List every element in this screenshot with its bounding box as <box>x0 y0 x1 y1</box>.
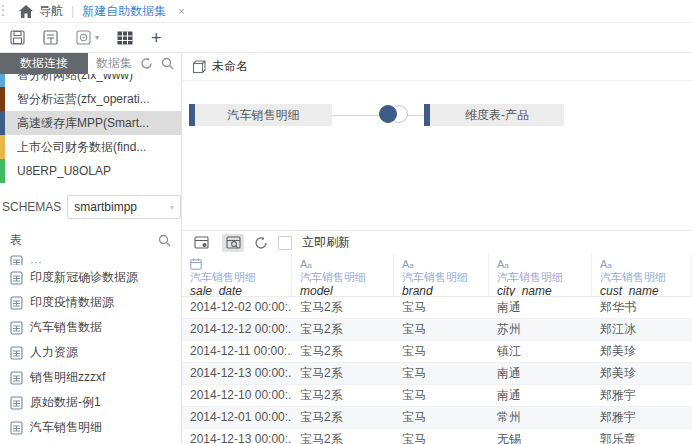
schemas-row: SCHEMAS smartbimpp ▾ <box>0 187 181 227</box>
table-row: 2014-12-11 00:00:...宝马2系宝马镇江郑美珍 <box>182 341 692 363</box>
table-row: 2014-12-02 00:00:...宝马2系宝马南通郑华书 <box>182 297 692 319</box>
dataset-canvas: 未命名 汽车销售明细 维度表-产品 <box>182 53 692 231</box>
table-cell: 2014-12-10 00:00:... <box>182 385 292 406</box>
column-field: model <box>300 284 393 296</box>
preview-data-button[interactable] <box>222 234 244 252</box>
refresh-preview-icon[interactable] <box>254 236 268 250</box>
table-view-button[interactable] <box>117 31 133 45</box>
flow-node-dimension[interactable]: 维度表-产品 <box>424 104 564 126</box>
connection-item[interactable]: 智分析网站(zfx_www) <box>0 74 181 87</box>
table-cell: 郑华书 <box>592 297 692 318</box>
table-row: 2014-12-13 00:00:...宝马2系宝马无锡郭乐章 <box>182 429 692 444</box>
schema-value: smartbimpp <box>74 200 137 214</box>
table-cell: 无锡 <box>489 429 592 444</box>
table-list-item[interactable]: ··· <box>0 255 181 265</box>
toolbar: ▾ + <box>0 23 692 53</box>
table-row: 2014-12-01 00:00:...宝马2系宝马常州郑雅宇 <box>182 407 692 429</box>
table-cell: 郑雅宇 <box>592 385 692 406</box>
refresh-now-checkbox[interactable] <box>278 236 292 250</box>
table-cell: 宝马2系 <box>292 319 394 340</box>
dataset-title: 未命名 <box>212 58 248 75</box>
tables-title: 表 <box>10 232 22 249</box>
save-as-button[interactable] <box>43 30 58 45</box>
tab-datasets[interactable]: 数据集 <box>88 53 140 74</box>
stamp-button[interactable]: ▾ <box>76 30 99 45</box>
text-type-icon: A <box>402 258 409 270</box>
table-cell: 郑江冰 <box>592 319 692 340</box>
close-tab-icon[interactable]: × <box>178 5 184 17</box>
sidebar: 数据连接 数据集 智分析网站(zfx_www) 智分析运营(zfx_operat… <box>0 53 182 444</box>
save-as-icon <box>43 30 58 45</box>
column-source: 汽车销售明细 <box>497 270 591 284</box>
chevron-down-icon: ▾ <box>170 203 174 212</box>
chevron-down-icon: ▾ <box>95 33 99 42</box>
column-header[interactable]: Aa 汽车销售明细 model <box>292 254 394 296</box>
table-sheet-icon <box>10 421 23 435</box>
table-cell: 常州 <box>489 407 592 428</box>
save-button[interactable] <box>10 30 25 45</box>
column-source: 汽车销售明细 <box>300 270 393 284</box>
table-list-item[interactable]: 印度新冠确诊数据源 <box>0 265 181 290</box>
edit-fields-button[interactable] <box>190 234 212 252</box>
table-item-label: 销售明细zzzxf <box>30 369 105 386</box>
table-sheet-icon <box>10 371 23 385</box>
table-sheet-icon <box>10 346 23 360</box>
apps-menu-icon[interactable] <box>0 5 5 17</box>
tab-data-connections[interactable]: 数据连接 <box>0 53 88 74</box>
table-cell: 2014-12-02 00:00:... <box>182 297 292 318</box>
table-list-item[interactable]: 销售明细zzzxf <box>0 365 181 390</box>
text-type-icon: A <box>300 258 307 270</box>
column-header[interactable]: Aa 汽车销售明细 cust_name <box>592 254 692 296</box>
table-list-item[interactable]: 原始数据-例1 <box>0 390 181 415</box>
search-icon[interactable] <box>161 57 174 70</box>
connection-item[interactable]: U8ERP_U8OLAP <box>0 159 181 183</box>
join-flow: 汽车销售明细 维度表-产品 <box>182 81 692 141</box>
tables-header: 表 <box>0 227 181 253</box>
table-cell: 宝马 <box>394 297 489 318</box>
table-cell: 宝马2系 <box>292 363 394 384</box>
table-list-item[interactable]: 人力资源 <box>0 340 181 365</box>
main-area: 未命名 汽车销售明细 维度表-产品 <box>182 53 692 444</box>
node-label: 汽车销售明细 <box>195 104 332 126</box>
connection-label: 智分析运营(zfx_operati... <box>5 91 150 108</box>
refresh-icon[interactable] <box>140 57 153 70</box>
add-button[interactable]: + <box>151 29 162 47</box>
table-row: 2014-12-10 00:00:...宝马2系宝马南通郑雅宇 <box>182 385 692 407</box>
preview-table-body: 2014-12-02 00:00:...宝马2系宝马南通郑华书2014-12-1… <box>182 297 692 444</box>
column-header[interactable]: Aa 汽车销售明细 city_name <box>489 254 592 296</box>
table-cell: 南通 <box>489 297 592 318</box>
table-item-label: ··· <box>30 255 42 265</box>
connection-item[interactable]: 高速缓存库MPP(Smart... <box>0 111 181 135</box>
table-sheet-icon <box>10 321 23 335</box>
connection-item[interactable]: 智分析运营(zfx_operati... <box>0 87 181 111</box>
sidebar-tabs: 数据连接 数据集 <box>0 53 181 74</box>
table-cell: 宝马2系 <box>292 341 394 362</box>
table-row: 2014-12-12 00:00:...宝马2系宝马苏州郑江冰 <box>182 319 692 341</box>
column-header[interactable]: Aa 汽车销售明细 sale_date <box>182 254 292 296</box>
nav-label[interactable]: 导航 <box>39 3 63 20</box>
tab-new-dataset[interactable]: 新建自助数据集 <box>82 3 166 20</box>
table-cell: 宝马2系 <box>292 385 394 406</box>
table-item-label: 汽车销售明细 <box>30 419 102 436</box>
home-icon[interactable] <box>19 5 33 18</box>
table-list-item[interactable]: 印度疫情数据源 <box>0 290 181 315</box>
table-cell: 2014-12-11 00:00:... <box>182 341 292 362</box>
column-source: 汽车销售明细 <box>190 270 291 284</box>
table-grid-icon <box>117 31 133 45</box>
table-row: 2014-12-13 00:00:...宝马2系宝马南通郑美珍 <box>182 363 692 385</box>
column-header[interactable]: Aa 汽车销售明细 brand <box>394 254 489 296</box>
table-cell: 苏州 <box>489 319 592 340</box>
text-type-icon: A <box>497 258 504 270</box>
schema-select[interactable]: smartbimpp ▾ <box>67 195 181 219</box>
connection-list: 智分析网站(zfx_www) 智分析运营(zfx_operati... 高速缓存… <box>0 74 181 187</box>
text-type-icon: A <box>600 258 607 270</box>
table-cell: 宝马2系 <box>292 407 394 428</box>
table-list: ··· 印度新冠确诊数据源 印度疫情数据源 汽车销售数据 人力资源 销售明细zz… <box>0 253 181 444</box>
column-field: brand <box>402 284 488 296</box>
connection-item[interactable]: 上市公司财务数据(find... <box>0 135 181 159</box>
column-source: 汽车销售明细 <box>600 270 691 284</box>
table-list-item[interactable]: 汽车销售数据 <box>0 315 181 340</box>
flow-node-source[interactable]: 汽车销售明细 <box>189 104 332 126</box>
search-tables-icon[interactable] <box>158 234 171 247</box>
table-list-item[interactable]: 汽车销售明细 <box>0 415 181 440</box>
